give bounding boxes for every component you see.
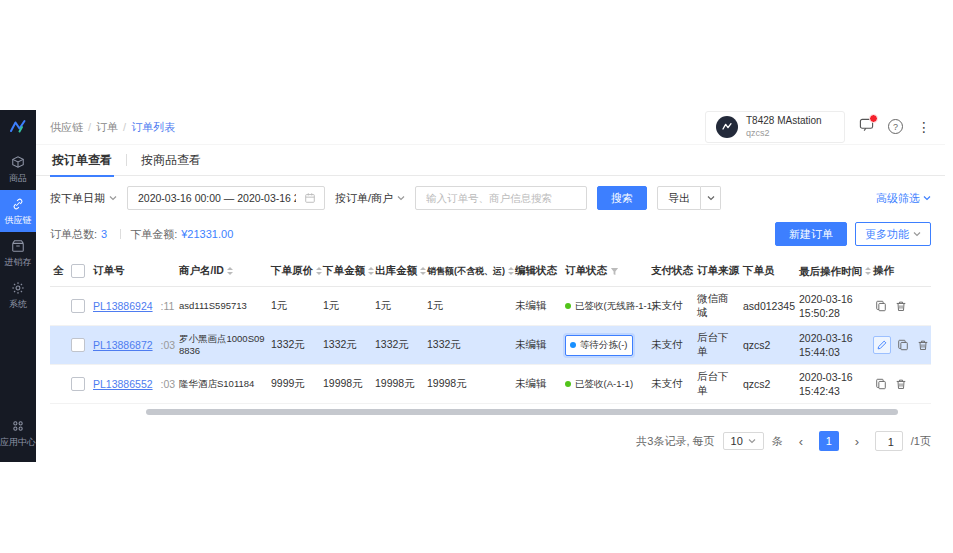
copy-icon[interactable] bbox=[873, 376, 889, 392]
page-size-unit: 条 bbox=[772, 434, 783, 449]
header-outbound-amount[interactable]: 出库金额 bbox=[372, 264, 424, 278]
delete-icon[interactable] bbox=[893, 298, 909, 314]
select-all-checkbox[interactable] bbox=[71, 264, 85, 278]
header-sales-amount[interactable]: 销售额(不含税、运) bbox=[424, 265, 512, 278]
more-menu-button[interactable]: ⋮ bbox=[917, 120, 931, 134]
main-content: 供应链 / 订单 / 订单列表 T8428 MAstation qzcs2 bbox=[36, 110, 945, 462]
breadcrumb-separator: / bbox=[123, 121, 126, 133]
chevron-down-icon bbox=[109, 194, 117, 202]
sidebar-item-app-center[interactable]: 应用中心 bbox=[0, 412, 36, 454]
sales-amount-cell: 1332元 bbox=[424, 338, 512, 352]
user-name: T8428 MAstation bbox=[746, 115, 822, 128]
status-dot-icon bbox=[570, 342, 576, 348]
view-tabs: 按订单查看 按商品查看 bbox=[36, 145, 945, 176]
order-amount-value: ¥21331.00 bbox=[181, 228, 233, 240]
edit-status-cell: 未编辑 bbox=[512, 338, 562, 352]
date-range-value[interactable] bbox=[136, 191, 298, 205]
row-checkbox[interactable] bbox=[71, 338, 85, 352]
order-number-link[interactable]: PL13886872 bbox=[93, 339, 153, 351]
outbound-amount-cell: 19998元 bbox=[372, 377, 424, 391]
search-input[interactable] bbox=[424, 191, 578, 205]
order-number-link[interactable]: PL13886924 bbox=[93, 300, 153, 312]
tab-by-product[interactable]: 按商品查看 bbox=[139, 145, 203, 176]
copy-icon[interactable] bbox=[895, 337, 911, 353]
header-order-status[interactable]: 订单状态 bbox=[562, 264, 648, 278]
sidebar-item-system[interactable]: 系统 bbox=[0, 274, 36, 316]
sales-amount-cell: 1元 bbox=[424, 299, 512, 313]
export-button[interactable]: 导出 bbox=[657, 186, 701, 210]
order-time: :11 bbox=[161, 300, 175, 312]
sidebar-item-goods[interactable]: 商品 bbox=[0, 148, 36, 190]
merchant-cell: 隆华酒店S101184 bbox=[176, 378, 268, 390]
delete-icon[interactable] bbox=[893, 376, 909, 392]
help-button[interactable]: ? bbox=[888, 119, 903, 134]
copy-icon[interactable] bbox=[873, 298, 889, 314]
summary-divider bbox=[120, 229, 121, 239]
header-actions: 操作 bbox=[870, 264, 930, 278]
row-checkbox[interactable] bbox=[71, 377, 85, 391]
sidebar-item-supply-chain[interactable]: 供应链 bbox=[0, 190, 36, 232]
status-dot-icon bbox=[565, 381, 571, 387]
next-page-button[interactable]: › bbox=[847, 431, 867, 451]
topbar-right: T8428 MAstation qzcs2 ? ⋮ bbox=[705, 111, 931, 142]
date-type-select[interactable]: 按下单日期 bbox=[50, 191, 117, 206]
header-last-time[interactable]: 最后操作时间 bbox=[796, 264, 870, 278]
order-number-link[interactable]: PL13886552 bbox=[93, 378, 153, 390]
export-button-group: 导出 bbox=[657, 186, 721, 210]
calendar-icon bbox=[304, 192, 316, 204]
header-order-amount[interactable]: 下单金额 bbox=[320, 264, 372, 278]
more-functions-button[interactable]: 更多功能 bbox=[855, 222, 931, 246]
page-1-button[interactable]: 1 bbox=[819, 431, 839, 451]
summary-bar: 订单总数: 3 下单金额: ¥21331.00 新建订单 更多功能 bbox=[36, 218, 945, 256]
sidebar-item-label: 系统 bbox=[9, 300, 27, 309]
header-source: 订单来源 bbox=[694, 264, 740, 278]
breadcrumb-order-list: 订单列表 bbox=[131, 120, 175, 135]
edit-status-cell: 未编辑 bbox=[512, 299, 562, 313]
order-total-label: 订单总数: bbox=[50, 227, 97, 242]
table-row[interactable]: PL13886872:03 罗小黑画点1000S098836 1332元 133… bbox=[50, 326, 931, 365]
page-size-select[interactable]: 10 bbox=[723, 432, 764, 450]
pay-status-cell: 未支付 bbox=[648, 338, 694, 352]
order-amount-label: 下单金额: bbox=[130, 227, 177, 242]
sort-icon[interactable] bbox=[227, 267, 233, 275]
order-status-badge: 等待分拣(-) bbox=[565, 335, 633, 356]
messages-button[interactable] bbox=[859, 117, 874, 136]
export-dropdown-button[interactable] bbox=[701, 186, 721, 210]
filter-funnel-icon[interactable] bbox=[610, 267, 619, 276]
table-header: 全 订单号 商户名/ID 下单原价 下单金额 bbox=[50, 256, 931, 287]
page-jump-input[interactable] bbox=[876, 432, 906, 452]
breadcrumb-supply-chain[interactable]: 供应链 bbox=[50, 120, 83, 135]
sidebar-item-inventory[interactable]: 进销存 bbox=[0, 232, 36, 274]
user-menu[interactable]: T8428 MAstation qzcs2 bbox=[705, 111, 845, 142]
tab-by-order[interactable]: 按订单查看 bbox=[50, 145, 114, 176]
header-original-price[interactable]: 下单原价 bbox=[268, 264, 320, 278]
prev-page-button[interactable]: ‹ bbox=[791, 431, 811, 451]
table-body: PL13886924:11 asd111S595713 1元 1元 1元 1元 … bbox=[50, 287, 931, 404]
inventory-icon bbox=[11, 239, 25, 255]
horizontal-scrollbar-thumb[interactable] bbox=[146, 409, 898, 415]
row-checkbox[interactable] bbox=[71, 299, 85, 313]
new-order-button[interactable]: 新建订单 bbox=[775, 222, 847, 246]
sidebar: 商品 供应链 进销存 系统 bbox=[0, 110, 36, 462]
orders-table: 全 订单号 商户名/ID 下单原价 下单金额 bbox=[50, 256, 931, 415]
edit-icon[interactable] bbox=[873, 336, 891, 354]
order-status-badge: 已签收(无线路-1-1) bbox=[565, 300, 655, 313]
table-row[interactable]: PL13886552:03 隆华酒店S101184 9999元 19998元 1… bbox=[50, 365, 931, 404]
sidebar-item-label: 商品 bbox=[9, 174, 27, 183]
advanced-filter-link[interactable]: 高级筛选 bbox=[876, 191, 931, 206]
chevron-down-icon bbox=[748, 437, 756, 445]
header-merchant[interactable]: 商户名/ID bbox=[176, 264, 268, 278]
tab-divider bbox=[126, 154, 127, 166]
source-cell: 后台下单 bbox=[694, 370, 740, 398]
original-price-cell: 9999元 bbox=[268, 377, 320, 391]
date-range-input[interactable] bbox=[127, 186, 325, 210]
table-row[interactable]: PL13886924:11 asd111S595713 1元 1元 1元 1元 … bbox=[50, 287, 931, 326]
box-icon bbox=[11, 155, 25, 171]
operator-cell: qzcs2 bbox=[740, 339, 796, 351]
order-total-value: 3 bbox=[101, 228, 107, 240]
search-type-select[interactable]: 按订单/商户 bbox=[335, 191, 405, 206]
header-operator: 下单员 bbox=[740, 264, 796, 278]
breadcrumb-order[interactable]: 订单 bbox=[96, 120, 118, 135]
delete-icon[interactable] bbox=[915, 337, 931, 353]
search-button[interactable]: 搜索 bbox=[597, 186, 647, 210]
